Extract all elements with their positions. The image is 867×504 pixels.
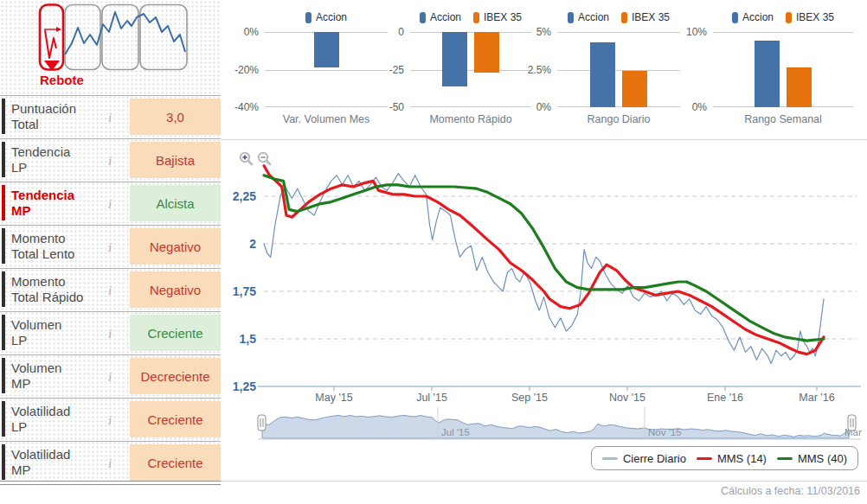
y-axis-label: 2: [249, 237, 256, 251]
series-mms-40-: [264, 175, 824, 341]
legend-item[interactable]: Cierre Diario: [602, 452, 686, 465]
legend-swatch: [777, 457, 793, 460]
x-axis-label: Nov '15: [609, 392, 645, 404]
navigator-handle-left[interactable]: [258, 415, 266, 431]
navigator-label: Nov '15: [648, 427, 682, 437]
series-cierre-diario: [264, 174, 824, 364]
navigator-area[interactable]: [262, 415, 849, 438]
legend-label: MMS (14): [717, 452, 767, 465]
main-chart-svg: 2,2521,751,51,25May '15Jul '15Sep '15Nov…: [0, 0, 867, 504]
y-axis-label: 2,25: [233, 189, 256, 203]
navigator-label: Jul '15: [441, 427, 470, 437]
x-axis-label: Ene '16: [707, 392, 743, 404]
navigator-handle-right[interactable]: [848, 415, 856, 431]
chart-legend: Cierre DiarioMMS (14)MMS (40): [591, 446, 858, 470]
x-axis-label: Mar '16: [799, 392, 834, 404]
stock-analysis-dashboard: Rebote PuntuaciónTotali3,0TendenciaLPiBa…: [0, 0, 867, 504]
calc-date-status: Cálculos a fecha: 11/03/2016: [721, 485, 860, 497]
x-axis-label: Sep '15: [511, 392, 548, 404]
legend-swatch: [602, 457, 618, 460]
y-axis-label: 1,25: [233, 380, 256, 393]
legend-label: Cierre Diario: [623, 452, 686, 465]
legend-item[interactable]: MMS (40): [777, 452, 847, 465]
bottom-divider-left: [0, 481, 221, 482]
y-axis-label: 1,5: [240, 332, 257, 346]
x-axis-label: May '15: [315, 392, 352, 404]
legend-swatch: [697, 457, 712, 460]
y-axis-label: 1,75: [233, 284, 256, 298]
x-axis-label: Jul '15: [416, 392, 447, 404]
bottom-divider-right: [221, 481, 867, 482]
series-mms-14-: [264, 166, 824, 354]
legend-label: MMS (40): [798, 452, 847, 465]
legend-item[interactable]: MMS (14): [697, 452, 767, 465]
